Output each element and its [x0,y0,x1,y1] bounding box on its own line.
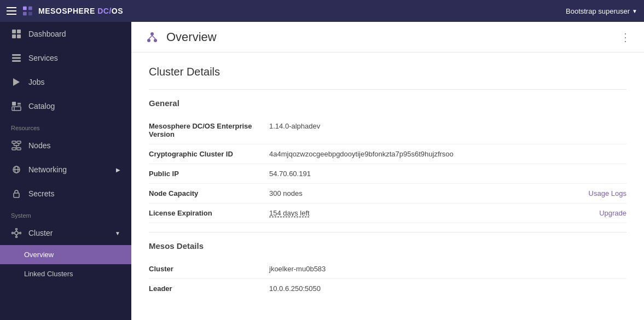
logo: MESOSPHERE DC/OS [22,5,123,16]
leader-label: Leader [149,284,269,293]
sidebar-item-services[interactable]: Services [0,46,131,70]
sidebar-item-networking[interactable]: Networking ▶ [0,158,131,182]
svg-rect-15 [12,107,21,110]
logo-os: OS [112,7,123,15]
sidebar: Dashboard Services Jobs Catalog Resource… [0,22,131,320]
page-header-left: Overview [144,30,217,45]
sidebar-sub-item-linked-clusters[interactable]: Linked Clusters [0,264,131,283]
detail-row-public-ip: Public IP 54.70.60.191 [149,164,626,184]
detail-row-cluster-id: Cryptographic Cluster ID 4a4mjqozwzocgee… [149,144,626,164]
license-label: License Expiration [149,209,269,217]
svg-point-40 [154,39,157,42]
page-title: Overview [166,30,217,44]
cluster-icon [11,228,22,238]
page-header: Overview ⋮ [131,22,644,53]
cluster-name-label: Cluster [149,265,269,273]
svg-rect-28 [14,193,19,197]
layout: Dashboard Services Jobs Catalog Resource… [0,22,644,320]
svg-rect-20 [17,148,21,150]
svg-point-30 [16,229,18,230]
overview-icon [144,30,160,45]
svg-point-39 [147,39,150,42]
svg-line-42 [152,36,155,39]
svg-marker-11 [13,78,20,86]
license-days-value: 154 days left [269,209,310,217]
public-ip-value: 54.70.60.191 [269,170,626,178]
cluster-name-value: jkoelker-mu0b583 [269,265,626,273]
networking-icon [11,164,22,175]
usage-logs-link[interactable]: Usage Logs [589,189,626,197]
main: Overview ⋮ Cluster Details General Mesos… [131,22,644,320]
svg-rect-6 [12,34,16,38]
detail-row-license: License Expiration 154 days left Upgrade [149,203,626,223]
sidebar-system-label: System [0,206,131,221]
sidebar-item-nodes[interactable]: Nodes [0,133,131,158]
detail-row-cluster-name: Cluster jkoelker-mu0b583 [149,259,626,279]
svg-rect-12 [12,102,16,106]
sidebar-item-catalog[interactable]: Catalog [0,94,131,118]
kebab-menu-button[interactable]: ⋮ [620,31,631,44]
svg-point-31 [16,236,18,238]
svg-point-32 [12,232,14,234]
user-label: Bootstrap superuser [566,7,630,15]
mesos-section-title: Mesos Details [149,241,626,251]
logo-text: MESOSPHERE DC/OS [38,7,123,15]
node-capacity-label: Node Capacity [149,189,269,197]
svg-rect-0 [23,7,27,10]
sidebar-jobs-label: Jobs [28,78,45,86]
sidebar-item-dashboard[interactable]: Dashboard [0,22,131,46]
public-ip-label: Public IP [149,170,269,178]
upgrade-link[interactable]: Upgrade [599,209,626,217]
svg-rect-2 [23,12,27,16]
cluster-id-label: Cryptographic Cluster ID [149,150,269,158]
svg-rect-5 [17,30,21,33]
detail-row-node-capacity: Node Capacity 300 nodes Usage Logs [149,184,626,203]
license-value: 154 days left [269,209,599,217]
svg-rect-19 [12,148,16,150]
svg-rect-7 [17,34,21,38]
svg-rect-1 [28,7,32,10]
sidebar-linked-clusters-label: Linked Clusters [24,270,73,278]
svg-point-38 [150,32,154,36]
catalog-icon [11,101,22,112]
sidebar-catalog-label: Catalog [28,102,55,110]
sidebar-sub-item-overview[interactable]: Overview [0,245,131,264]
sidebar-item-cluster[interactable]: Cluster ▼ [0,221,131,245]
dashboard-icon [11,28,22,39]
node-capacity-value: 300 nodes [269,189,589,197]
svg-rect-18 [17,141,21,143]
sidebar-resources-label: Resources [0,118,131,133]
svg-rect-17 [12,141,16,143]
svg-point-33 [20,232,21,234]
divider-mesos [149,232,626,232]
leader-value: 10.0.6.250:5050 [269,284,626,293]
sidebar-item-secrets[interactable]: Secrets [0,182,131,206]
topbar: MESOSPHERE DC/OS Bootstrap superuser ▼ [0,0,644,22]
logo-dc: DC/ [97,7,112,15]
user-menu-caret: ▼ [632,8,637,14]
svg-rect-4 [12,30,16,33]
svg-rect-10 [12,60,21,62]
version-label: Mesosphere DC/OS Enterprise Version [149,122,269,138]
user-menu[interactable]: Bootstrap superuser ▼ [566,7,637,15]
content-area: Cluster Details General Mesosphere DC/OS… [131,53,644,320]
cluster-id-value: 4a4mjqozwzocgeebpgdooytije9bfonkzta7p95s… [269,150,626,158]
services-icon [11,53,22,63]
version-value: 1.14.0-alphadev [269,122,626,130]
svg-line-41 [149,36,152,39]
sidebar-secrets-label: Secrets [28,189,54,198]
svg-rect-3 [28,12,32,16]
detail-row-version: Mesosphere DC/OS Enterprise Version 1.14… [149,117,626,144]
secrets-icon [11,188,22,199]
logo-icon [22,5,35,16]
topbar-left: MESOSPHERE DC/OS [7,5,123,16]
hamburger-menu[interactable] [7,7,16,15]
cluster-caret: ▼ [115,230,120,236]
divider-general [149,89,626,90]
nodes-icon [11,140,22,151]
general-section-title: General [149,98,626,108]
detail-row-leader: Leader 10.0.6.250:5050 [149,279,626,298]
svg-rect-9 [12,57,21,59]
sidebar-networking-label: Networking [28,165,67,174]
sidebar-item-jobs[interactable]: Jobs [0,70,131,94]
